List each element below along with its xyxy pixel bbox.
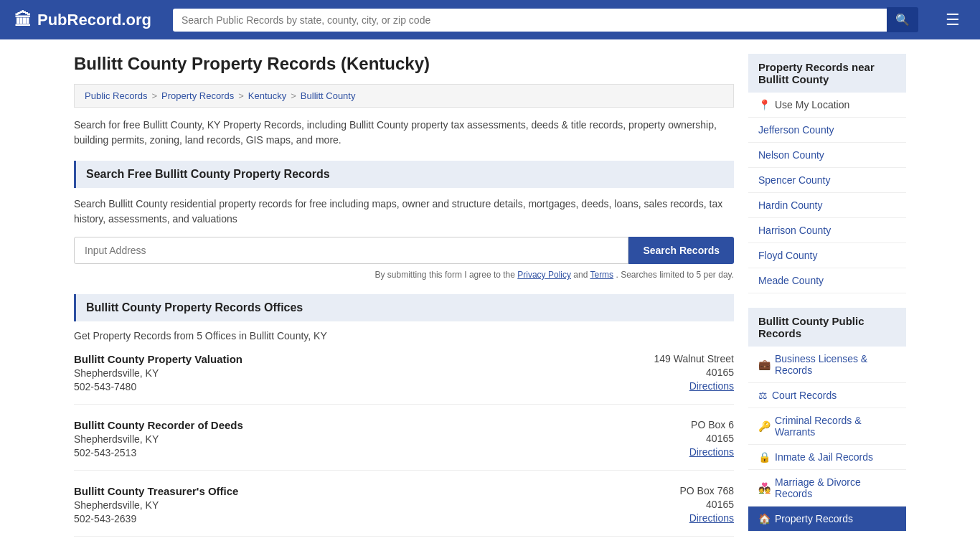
office-phone: 502-543-2639 — [74, 513, 238, 524]
office-phone: 502-543-7480 — [74, 381, 242, 392]
office-right: 149 Walnut Street 40165 Directions — [654, 353, 734, 392]
nearby-county-item[interactable]: Nelson County — [748, 143, 906, 168]
breadcrumb: Public Records > Property Records > Kent… — [74, 84, 734, 108]
public-record-icon: ⚖ — [758, 390, 768, 401]
breadcrumb-sep-2: > — [238, 90, 244, 101]
office-address: 149 Walnut Street — [654, 353, 734, 364]
public-record-link[interactable]: Marriage & Divorce Records — [775, 476, 896, 499]
nearby-counties-section: Property Records near Bullitt County 📍 U… — [748, 54, 906, 293]
header-search-input[interactable] — [173, 9, 887, 32]
office-city: Shepherdsville, KY — [74, 433, 243, 445]
nearby-county-link[interactable]: Harrison County — [758, 225, 831, 236]
menu-icon: ☰ — [946, 11, 960, 29]
office-zip: 40165 — [680, 499, 735, 510]
office-city: Shepherdsville, KY — [74, 499, 238, 511]
office-entry: Bullitt County Property Valuation Shephe… — [74, 353, 734, 405]
offices-section-header: Bullitt County Property Records Offices — [74, 294, 734, 321]
offices-list: Bullitt County Property Valuation Shephe… — [74, 353, 734, 537]
public-record-item[interactable]: 🔒 Inmate & Jail Records — [748, 445, 906, 470]
breadcrumb-sep-1: > — [151, 90, 157, 101]
use-my-location-item[interactable]: 📍 Use My Location — [748, 93, 906, 118]
office-right: PO Box 768 40165 Directions — [680, 485, 735, 524]
disclaimer-and: and — [573, 270, 590, 280]
logo-text: PubRecord.org — [37, 11, 151, 29]
public-record-link[interactable]: Property Records — [775, 513, 853, 524]
nearby-county-item[interactable]: Jefferson County — [748, 118, 906, 143]
nearby-county-item[interactable]: Harrison County — [748, 218, 906, 243]
public-record-item[interactable]: 💼 Business Licenses & Records — [748, 347, 906, 383]
public-record-icon: 💼 — [758, 359, 771, 370]
nearby-county-item[interactable]: Floyd County — [748, 243, 906, 268]
public-record-link[interactable]: Criminal Records & Warrants — [775, 415, 896, 438]
disclaimer-text: By submitting this form I agree to the — [375, 270, 515, 280]
nearby-county-link[interactable]: Floyd County — [758, 250, 817, 261]
public-record-item[interactable]: 🏠 Property Records — [748, 507, 906, 532]
main-content: Bullitt County Property Records (Kentuck… — [74, 54, 734, 551]
address-input[interactable] — [74, 237, 628, 264]
search-section-description: Search Bullitt County residential proper… — [74, 197, 734, 227]
office-left: Bullitt County Treasurer's Office Shephe… — [74, 485, 238, 524]
office-left: Bullitt County Property Valuation Shephe… — [74, 353, 242, 392]
office-phone: 502-543-2513 — [74, 447, 243, 458]
nearby-counties-list: Jefferson CountyNelson CountySpencer Cou… — [748, 118, 906, 293]
header-search-button[interactable]: 🔍 — [887, 7, 918, 32]
office-zip: 40165 — [654, 367, 734, 378]
public-record-link[interactable]: Inmate & Jail Records — [775, 451, 873, 463]
sidebar: Property Records near Bullitt County 📍 U… — [748, 54, 906, 551]
search-section-header: Search Free Bullitt County Property Reco… — [74, 161, 734, 188]
public-records-section: Bullitt County Public Records 💼 Business… — [748, 308, 906, 532]
breadcrumb-link-public-records[interactable]: Public Records — [85, 90, 147, 101]
location-icon: 📍 — [758, 99, 771, 110]
public-record-link[interactable]: Court Records — [772, 390, 837, 401]
office-directions-link[interactable]: Directions — [689, 512, 734, 524]
nearby-county-link[interactable]: Nelson County — [758, 149, 824, 161]
offices-description: Get Property Records from 5 Offices in B… — [74, 330, 734, 342]
public-records-list: 💼 Business Licenses & Records ⚖ Court Re… — [748, 347, 906, 532]
office-city: Shepherdsville, KY — [74, 367, 242, 379]
public-record-icon: 🏠 — [758, 513, 771, 524]
office-entry: Bullitt County Treasurer's Office Shephe… — [74, 485, 734, 537]
nearby-county-item[interactable]: Hardin County — [748, 193, 906, 218]
search-records-button[interactable]: Search Records — [628, 237, 734, 264]
nearby-counties-title: Property Records near Bullitt County — [748, 54, 906, 93]
office-directions-link[interactable]: Directions — [689, 446, 734, 458]
public-record-icon: 🔑 — [758, 420, 771, 432]
office-directions-link[interactable]: Directions — [689, 380, 734, 392]
nearby-county-link[interactable]: Jefferson County — [758, 124, 834, 136]
search-icon: 🔍 — [895, 14, 910, 26]
menu-button[interactable]: ☰ — [940, 8, 966, 32]
public-record-icon: 🔒 — [758, 451, 771, 463]
office-right: PO Box 6 40165 Directions — [689, 419, 734, 458]
nearby-county-item[interactable]: Meade County — [748, 268, 906, 293]
site-logo[interactable]: 🏛 PubRecord.org — [14, 10, 151, 30]
terms-link[interactable]: Terms — [590, 270, 613, 280]
office-name: Bullitt County Property Valuation — [74, 353, 242, 365]
nearby-county-link[interactable]: Meade County — [758, 275, 824, 286]
use-my-location-label: Use My Location — [775, 99, 849, 110]
office-name: Bullitt County Treasurer's Office — [74, 485, 238, 497]
disclaimer-limit: . Searches limited to 5 per day. — [616, 270, 734, 280]
public-record-item[interactable]: ⚖ Court Records — [748, 383, 906, 408]
site-header: 🏛 PubRecord.org 🔍 ☰ — [0, 0, 980, 39]
nearby-county-item[interactable]: Spencer County — [748, 168, 906, 193]
public-record-item[interactable]: 💑 Marriage & Divorce Records — [748, 470, 906, 507]
breadcrumb-sep-3: > — [291, 90, 296, 101]
public-record-link[interactable]: Business Licenses & Records — [775, 353, 896, 376]
page-description: Search for free Bullitt County, KY Prope… — [74, 118, 734, 148]
office-left: Bullitt County Recorder of Deeds Shepher… — [74, 419, 243, 458]
search-form: Search Records — [74, 237, 734, 264]
nearby-county-link[interactable]: Hardin County — [758, 199, 823, 211]
public-record-item[interactable]: 🔑 Criminal Records & Warrants — [748, 408, 906, 445]
breadcrumb-link-bullitt-county[interactable]: Bullitt County — [301, 90, 356, 101]
office-name: Bullitt County Recorder of Deeds — [74, 419, 243, 431]
nearby-county-link[interactable]: Spencer County — [758, 174, 830, 186]
public-records-title: Bullitt County Public Records — [748, 308, 906, 347]
office-zip: 40165 — [689, 433, 734, 444]
breadcrumb-link-kentucky[interactable]: Kentucky — [248, 90, 286, 101]
search-disclaimer: By submitting this form I agree to the P… — [74, 270, 734, 280]
breadcrumb-link-property-records[interactable]: Property Records — [161, 90, 234, 101]
office-entry: Bullitt County Recorder of Deeds Shepher… — [74, 419, 734, 471]
privacy-policy-link[interactable]: Privacy Policy — [517, 270, 571, 280]
office-address: PO Box 768 — [680, 485, 735, 496]
page-container: Bullitt County Property Records (Kentuck… — [60, 39, 920, 551]
